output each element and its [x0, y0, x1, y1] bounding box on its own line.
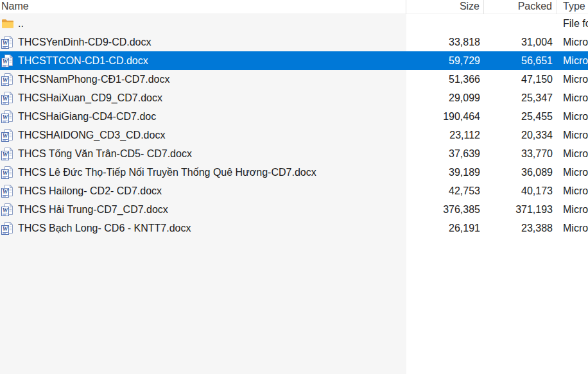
file-name-cell: W THCS Lê Đức Thọ-Tiếp Nối Truyền Thống …: [0, 166, 406, 179]
file-list: W .. File fo: [0, 14, 588, 237]
file-packed-cell: 25,455: [484, 111, 557, 123]
file-name-label: THCS Hailong- CD2- CD7.docx: [18, 185, 162, 197]
file-name-cell: W THCSHaiXuan_CD9_CD7.docx: [0, 92, 406, 105]
file-type-cell: Micro: [557, 37, 588, 48]
word-icon: W: [1, 222, 14, 235]
svg-text:W: W: [3, 188, 9, 195]
word-icon: W: [1, 36, 14, 49]
file-type-cell: Micro: [557, 55, 588, 67]
file-type-cell: Micro: [557, 74, 588, 85]
table-row[interactable]: W THCSHaiXuan_CD9_CD7.docx 29,099 25,347…: [0, 89, 588, 107]
table-row[interactable]: W THCSTTCON-CD1-CD.docx 59,729 56,651 Mi…: [0, 51, 588, 70]
table-row[interactable]: W THCS Lê Đức Thọ-Tiếp Nối Truyền Thống …: [0, 163, 588, 182]
svg-text:W: W: [3, 76, 9, 83]
svg-text:W: W: [3, 114, 9, 121]
file-name-cell: W ..: [0, 17, 406, 30]
file-size-cell: 37,639: [406, 148, 484, 160]
svg-text:W: W: [3, 225, 9, 232]
file-name-label: THCSYenDinh-CD9-CD.docx: [18, 37, 151, 48]
file-name-cell: W THCSYenDinh-CD9-CD.docx: [0, 36, 406, 49]
file-name-cell: W THCSNamPhong-CĐ1-CD7.docx: [0, 73, 406, 86]
table-row[interactable]: W THCS Hailong- CD2- CD7.docx 42,753 40,…: [0, 182, 588, 200]
file-packed-cell: 25,347: [484, 92, 557, 104]
file-name-cell: W THCS Tống Văn Trân-CD5- CD7.docx: [0, 148, 406, 160]
svg-text:W: W: [3, 58, 9, 65]
file-type-cell: Micro: [557, 167, 588, 178]
file-packed-cell: 56,651: [484, 55, 557, 67]
file-name-cell: W THCSHAIDONG_CD3_CD.docx: [0, 129, 406, 142]
file-packed-cell: 23,388: [484, 223, 557, 234]
file-size-cell: 59,729: [406, 55, 484, 67]
table-row[interactable]: W THCSHaiGiang-CD4-CD7.doc 190,464 25,45…: [0, 107, 588, 126]
file-name-label: THCSHaiGiang-CD4-CD7.doc: [18, 111, 156, 123]
table-row[interactable]: W THCS Tống Văn Trân-CD5- CD7.docx 37,63…: [0, 144, 588, 163]
file-packed-cell: 31,004: [484, 37, 557, 48]
word-icon: W: [1, 148, 14, 160]
file-packed-cell: 371,193: [484, 204, 557, 216]
file-packed-cell: 47,150: [484, 74, 557, 85]
file-name-label: THCS Lê Đức Thọ-Tiếp Nối Truyền Thống Qu…: [18, 167, 316, 178]
file-name-label: THCS Hải Trung-CD7_CD7.docx: [18, 204, 168, 216]
word-icon: W: [1, 73, 14, 86]
table-row[interactable]: W THCSHAIDONG_CD3_CD.docx 23,112 20,334 …: [0, 126, 588, 144]
word-icon: W: [1, 203, 14, 216]
file-type-cell: Micro: [557, 130, 588, 141]
file-type-cell: Micro: [557, 204, 588, 216]
table-row[interactable]: W THCS Bạch Long- CD6 - KNTT7.docx 26,19…: [0, 219, 588, 237]
file-name-label: THCS Tống Văn Trân-CD5- CD7.docx: [18, 148, 192, 160]
file-name-cell: W THCS Hải Trung-CD7_CD7.docx: [0, 203, 406, 216]
svg-text:W: W: [3, 95, 9, 102]
column-header-size[interactable]: Size: [406, 0, 484, 14]
word-icon: W: [1, 55, 14, 67]
file-name-label: ..: [18, 18, 24, 30]
word-icon: W: [1, 129, 14, 142]
table-row[interactable]: W THCSYenDinh-CD9-CD.docx 33,818 31,004 …: [0, 33, 588, 51]
file-size-cell: 190,464: [406, 111, 484, 123]
file-type-cell: File fo: [557, 18, 588, 30]
file-name-label: THCSHAIDONG_CD3_CD.docx: [18, 130, 165, 141]
file-name-cell: W THCS Hailong- CD2- CD7.docx: [0, 185, 406, 198]
svg-text:W: W: [3, 39, 9, 46]
file-name-label: THCSHaiXuan_CD9_CD7.docx: [18, 92, 162, 104]
file-type-cell: Micro: [557, 185, 588, 197]
word-icon: W: [1, 110, 14, 123]
file-size-cell: 42,753: [406, 185, 484, 197]
file-size-cell: 26,191: [406, 223, 484, 234]
file-type-cell: Micro: [557, 223, 588, 234]
file-name-cell: W THCSHaiGiang-CD4-CD7.doc: [0, 110, 406, 123]
folder-icon: [1, 17, 14, 30]
file-size-cell: 29,099: [406, 92, 484, 104]
word-icon: W: [1, 92, 14, 105]
svg-text:W: W: [3, 151, 9, 158]
column-header-bar: Name Size Packed Type: [0, 0, 588, 14]
file-packed-cell: 40,173: [484, 185, 557, 197]
file-size-cell: 33,818: [406, 37, 484, 48]
file-packed-cell: 36,089: [484, 167, 557, 178]
file-size-cell: 39,189: [406, 167, 484, 178]
word-icon: W: [1, 166, 14, 179]
file-type-cell: Micro: [557, 92, 588, 104]
file-name-label: THCSNamPhong-CĐ1-CD7.docx: [18, 74, 170, 85]
file-type-cell: Micro: [557, 111, 588, 123]
file-packed-cell: 20,334: [484, 130, 557, 141]
file-packed-cell: 33,770: [484, 148, 557, 160]
svg-text:W: W: [3, 207, 9, 214]
file-size-cell: 51,366: [406, 74, 484, 85]
file-type-cell: Micro: [557, 148, 588, 160]
column-header-type[interactable]: Type: [557, 0, 588, 14]
file-name-label: THCS Bạch Long- CD6 - KNTT7.docx: [18, 223, 191, 234]
svg-text:W: W: [3, 132, 9, 139]
table-row[interactable]: W .. File fo: [0, 14, 588, 33]
table-row[interactable]: W THCSNamPhong-CĐ1-CD7.docx 51,366 47,15…: [0, 70, 588, 89]
file-size-cell: 376,385: [406, 204, 484, 216]
svg-text:W: W: [3, 169, 9, 176]
column-header-packed[interactable]: Packed: [484, 0, 557, 14]
file-size-cell: 23,112: [406, 130, 484, 141]
file-name-label: THCSTTCON-CD1-CD.docx: [18, 55, 148, 67]
archive-file-list-window: { "colors": { "selection_accent": "#0078…: [0, 0, 588, 374]
file-name-cell: W THCSTTCON-CD1-CD.docx: [0, 55, 406, 67]
file-name-cell: W THCS Bạch Long- CD6 - KNTT7.docx: [0, 222, 406, 235]
table-row[interactable]: W THCS Hải Trung-CD7_CD7.docx 376,385 37…: [0, 200, 588, 219]
column-header-name[interactable]: Name: [0, 0, 406, 14]
word-icon: W: [1, 185, 14, 198]
